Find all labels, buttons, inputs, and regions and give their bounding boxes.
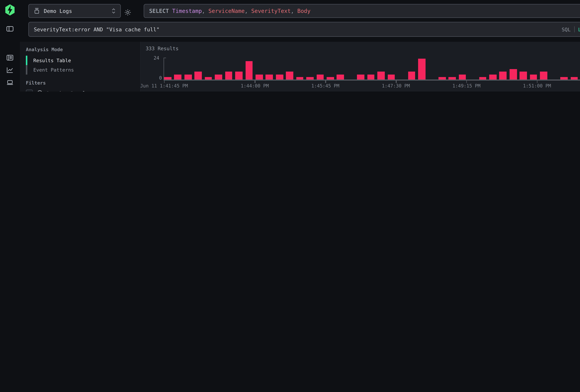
x-axis-tick <box>466 81 467 83</box>
x-axis-label: Jun 11 1:41:45 PM <box>140 83 188 89</box>
x-axis-label: 1:51:00 PM <box>523 83 551 89</box>
denoise-checkbox[interactable] <box>26 89 33 91</box>
histogram-bar <box>235 72 242 79</box>
histogram-bar <box>479 77 486 79</box>
histogram-bar <box>174 74 181 80</box>
x-axis-tick <box>325 81 326 83</box>
histogram-bar <box>560 77 568 79</box>
select-query-input[interactable]: SELECT Timestamp, ServiceName, SeverityT… <box>144 4 580 18</box>
histogram-bar <box>367 74 375 80</box>
histogram-bar <box>571 77 578 79</box>
histogram-bar <box>388 74 395 80</box>
y-axis-min-label: 0 <box>159 75 162 81</box>
nav-search-icon[interactable] <box>6 54 14 62</box>
select-query-tokens: Timestamp, ServiceName, SeverityText, Bo… <box>172 8 310 14</box>
histogram-bar <box>296 77 303 79</box>
histogram-bar <box>286 72 293 79</box>
mode-results-table[interactable]: Results Table <box>26 56 134 65</box>
histogram-bar <box>520 72 527 79</box>
histogram-bar <box>266 74 273 80</box>
sidebar-toggle-icon[interactable] <box>6 25 14 33</box>
select-keyword: SELECT <box>149 8 169 14</box>
histogram-bar <box>306 77 314 79</box>
histogram-bar <box>509 69 517 80</box>
mode-event-patterns[interactable]: Event Patterns <box>26 65 134 74</box>
histogram-bar <box>337 74 344 80</box>
histogram-bar <box>225 72 232 79</box>
histogram-bar <box>377 72 385 79</box>
histogram-bar <box>448 77 456 79</box>
nav-rail: ? U <box>0 0 20 92</box>
histogram-bar <box>205 77 212 79</box>
histogram-bar <box>459 74 466 80</box>
histogram-bar <box>215 74 222 80</box>
histogram-bar <box>540 72 547 79</box>
histogram-bar <box>489 74 496 80</box>
histogram-bar <box>164 77 171 79</box>
nav-chart-icon[interactable] <box>6 66 14 74</box>
main-content: 333 Results Scanned Rows: 788242 24 0 Ju… <box>141 42 580 92</box>
denoise-icon <box>37 90 43 92</box>
x-axis-label: 1:44:00 PM <box>241 83 269 89</box>
sql-mode-toggle[interactable]: SQL <box>562 26 571 32</box>
app: ? U Demo Logs SELECT Timestamp, ServiceN… <box>0 0 580 92</box>
x-axis-tick <box>164 81 165 83</box>
histogram-bar <box>245 61 253 79</box>
histogram-bar <box>327 77 334 79</box>
x-axis-label: 1:47:30 PM <box>382 83 410 89</box>
app-logo-icon[interactable] <box>4 4 16 16</box>
filter-sidebar: Analysis Mode Results Table Event Patter… <box>20 42 141 92</box>
source-select[interactable]: Demo Logs <box>28 4 121 18</box>
denoise-filter[interactable]: Denoise Results <box>26 89 134 91</box>
histogram-bar <box>499 72 507 79</box>
x-axis-label: 1:45:45 PM <box>311 83 339 89</box>
nav-sessions-icon[interactable] <box>6 79 14 87</box>
results-count: 333 Results <box>146 46 179 51</box>
histogram-bar <box>418 59 425 80</box>
histogram-bar <box>184 74 192 80</box>
x-axis-tick <box>537 81 538 83</box>
histogram-bar <box>256 74 263 80</box>
histogram-bar <box>276 74 283 80</box>
histogram-bar <box>408 72 415 79</box>
search-input[interactable]: SeverityText:error AND "Visa cache full"… <box>28 22 580 37</box>
gear-icon[interactable] <box>124 5 133 16</box>
histogram-plot[interactable] <box>164 55 580 81</box>
results-histogram[interactable]: 24 0 Jun 11 1:41:45 PM1:44:00 PM1:45:45 … <box>146 55 580 88</box>
filters-title: Filters <box>26 80 134 86</box>
histogram-bar <box>316 74 324 80</box>
mode-divider <box>574 26 575 32</box>
histogram-bar <box>194 72 202 79</box>
y-axis-max-label: 24 <box>153 55 159 61</box>
histogram-bar <box>530 74 537 80</box>
x-axis-label: 1:49:15 PM <box>452 83 480 89</box>
nav-dashboards-icon[interactable] <box>6 91 14 91</box>
source-select-label: Demo Logs <box>44 8 108 14</box>
topbar: Demo Logs SELECT Timestamp, ServiceName,… <box>20 0 580 42</box>
histogram-bar <box>438 77 446 79</box>
chevron-up-down-icon <box>111 7 116 14</box>
analysis-mode-title: Analysis Mode <box>26 47 134 52</box>
database-icon <box>33 7 40 14</box>
histogram-bar <box>357 74 364 80</box>
x-axis-tick <box>255 81 255 83</box>
x-axis-tick <box>396 81 397 83</box>
lucene-mode-toggle[interactable]: Lucene <box>578 26 580 32</box>
search-value: SeverityText:error AND "Visa cache full" <box>34 26 562 32</box>
